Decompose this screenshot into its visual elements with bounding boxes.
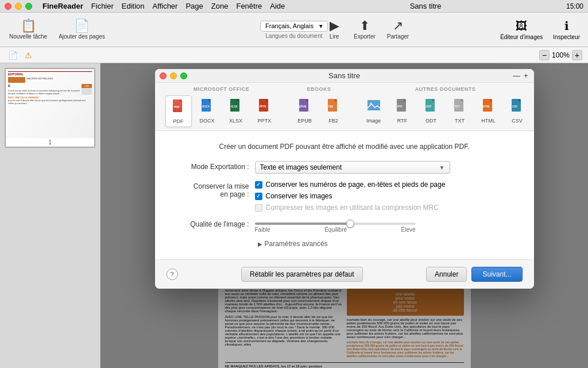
export-mode-control: Texte et images seulement ▼ xyxy=(255,161,520,174)
inspector-button[interactable]: ℹ Inspecteur xyxy=(551,17,582,43)
preserve-images-row[interactable]: Conserver les images xyxy=(255,192,520,200)
read-button[interactable]: ▶ Lire xyxy=(323,17,346,42)
app-logo: FineReader xyxy=(42,2,83,10)
modal-description: Créer un document PDF pouvant être affic… xyxy=(169,143,520,151)
image-tab[interactable]: Image xyxy=(361,95,387,126)
ms-office-group: MICROSOFT OFFICE PDF xyxy=(161,83,283,131)
main-layout: EDITORIAL SACORDS BUTNELIGES E Lorem ips… xyxy=(0,63,588,368)
modal-minimize-button[interactable] xyxy=(170,72,177,79)
ebooks-group: EBOOKS EPUB EPUB FB2 xyxy=(287,83,351,131)
add-pages-button[interactable]: 📄 Ajouter des pages xyxy=(55,17,109,42)
menu-zone[interactable]: Zone xyxy=(211,2,229,10)
svg-text:HTML: HTML xyxy=(483,105,490,108)
page-thumbnail[interactable]: EDITORIAL SACORDS BUTNELIGES E Lorem ips… xyxy=(5,68,95,148)
rtf-tab[interactable]: RTF RTF xyxy=(389,95,416,126)
language-selector[interactable]: Français, Anglais ▾ xyxy=(260,21,328,32)
inspector-icon: ℹ xyxy=(564,19,569,33)
image-quality-row: Qualité de l'image : Faible Équilibré Él… xyxy=(169,218,520,233)
select-arrow-icon: ▼ xyxy=(439,164,445,171)
modal-window-buttons xyxy=(160,72,187,79)
odt-icon: ODT xyxy=(423,98,439,116)
fb2-icon: FB2 xyxy=(326,98,342,116)
warning-icon[interactable]: ⚠ xyxy=(22,49,34,61)
preserve-page-numbers-checkbox[interactable] xyxy=(255,181,262,189)
advanced-params-label: Paramètres avancés xyxy=(265,240,328,248)
zoom-out-button[interactable]: − xyxy=(539,50,550,60)
svg-text:XLSX: XLSX xyxy=(231,105,238,108)
quality-mid-label: Équilibré xyxy=(324,227,347,233)
next-button[interactable]: Suivant... xyxy=(471,267,522,282)
advanced-params-row[interactable]: ▶ Paramètres avancés xyxy=(169,240,520,248)
page-number: 1 xyxy=(6,138,94,147)
svg-text:PPTX: PPTX xyxy=(260,105,266,108)
quality-low-label: Faible xyxy=(255,227,270,233)
image-editor-button[interactable]: 🖼 Éditeur d'images xyxy=(498,17,545,43)
menubar: FineReader Fichier Edition Afficher Page… xyxy=(0,0,588,13)
modal-expand-icon[interactable]: + xyxy=(524,71,528,80)
language-center: Français, Anglais ▾ Langues du document xyxy=(260,21,328,39)
image-label: Image xyxy=(366,118,381,124)
pptx-tab[interactable]: PPTX PPTX xyxy=(252,95,278,127)
fb2-tab[interactable]: FB2 FB2 xyxy=(320,95,347,126)
svg-text:FB2: FB2 xyxy=(328,105,334,108)
xlsx-icon: XLSX xyxy=(228,98,244,116)
html-tab[interactable]: HTML HTML xyxy=(475,95,502,126)
menu-fichier[interactable]: Fichier xyxy=(91,2,114,10)
csv-tab[interactable]: CSV CSV xyxy=(504,95,531,126)
epub-tab[interactable]: EPUB EPUB xyxy=(292,95,318,126)
modal-minimize-icon[interactable]: — xyxy=(513,71,520,80)
pdf-label: PDF xyxy=(173,118,184,124)
compress-images-checkbox xyxy=(255,204,262,212)
close-button[interactable] xyxy=(5,3,11,10)
preserve-images-checkbox[interactable] xyxy=(255,193,262,200)
image-quality-label: Qualité de l'image : xyxy=(169,218,255,228)
modal-title: Sans titre xyxy=(328,71,360,80)
read-icon: ▶ xyxy=(330,20,339,32)
menu-edition[interactable]: Edition xyxy=(122,2,145,10)
csv-icon: CSV xyxy=(509,98,525,116)
xlsx-label: XLSX xyxy=(229,118,242,124)
modal-maximize-button[interactable] xyxy=(180,72,187,79)
share-button[interactable]: ↗ Partager xyxy=(384,17,412,42)
preserve-page-numbers-row[interactable]: Conserver les numéros de page, en-têtes … xyxy=(255,181,520,189)
export-mode-value: Texte et images seulement xyxy=(260,163,342,171)
xlsx-tab[interactable]: XLSX XLSX xyxy=(223,95,249,127)
menu-fenetre[interactable]: Fenêtre xyxy=(236,2,262,10)
compress-images-label: Compresser les images en utilisant la co… xyxy=(266,204,439,212)
page-thumb-icon[interactable]: 📄 xyxy=(6,49,20,61)
svg-text:ODT: ODT xyxy=(426,105,432,108)
export-icon: ⬆ xyxy=(359,20,370,32)
traffic-lights xyxy=(5,3,32,10)
modal-footer: ? Rétablir les paramètres par défaut Ann… xyxy=(155,259,534,289)
reset-button[interactable]: Rétablir les paramètres par défaut xyxy=(241,267,362,282)
toolbar-actions: ▶ Lire ⬆ Exporter ↗ Partager xyxy=(323,17,412,42)
modal-close-button[interactable] xyxy=(160,72,167,79)
export-mode-select[interactable]: Texte et images seulement ▼ xyxy=(255,161,450,174)
odt-tab[interactable]: ODT ODT xyxy=(418,95,444,126)
minimize-button[interactable] xyxy=(15,3,22,10)
image-quality-slider[interactable] xyxy=(255,223,416,225)
menu-afficher[interactable]: Afficher xyxy=(153,2,178,10)
export-label: Exporter xyxy=(354,33,376,40)
autres-group: AUTRES DOCUMENTS Image RTF xyxy=(356,83,534,131)
language-subtitle: Langues du document xyxy=(266,33,323,39)
menu-page[interactable]: Page xyxy=(185,2,203,10)
pdf-tab[interactable]: PDF PDF xyxy=(165,95,192,127)
export-modal: Sans titre — + MICROSOFT OFFICE xyxy=(155,69,534,289)
autres-items: Image RTF RTF ODT xyxy=(361,95,531,126)
pptx-label: PPTX xyxy=(258,118,272,124)
menu-aide[interactable]: Aide xyxy=(270,2,285,10)
modal-right-controls: — + xyxy=(513,71,528,80)
zoom-in-button[interactable]: + xyxy=(572,50,582,60)
docx-label: DOCX xyxy=(199,118,214,124)
maximize-button[interactable] xyxy=(25,3,32,10)
help-button[interactable]: ? xyxy=(167,269,178,280)
zoom-value: 100% xyxy=(552,51,570,59)
docx-tab[interactable]: DOCX DOCX xyxy=(194,95,220,127)
cancel-button[interactable]: Annuler xyxy=(426,267,467,282)
new-task-button[interactable]: 📋 Nouvelle tâche xyxy=(6,17,51,42)
export-button[interactable]: ⬆ Exporter xyxy=(350,17,379,42)
txt-tab[interactable]: TXT TXT xyxy=(447,95,473,126)
toolbar-right: 🖼 Éditeur d'images ℹ Inspecteur xyxy=(498,17,582,43)
modal-title-bar: Sans titre — + xyxy=(155,69,534,83)
